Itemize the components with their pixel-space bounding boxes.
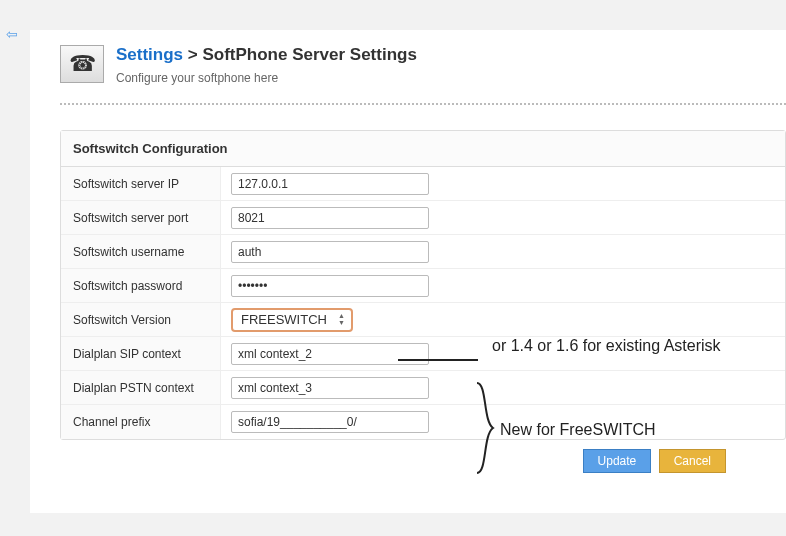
label-username: Softswitch username xyxy=(61,235,221,268)
row-channel-prefix: Channel prefix xyxy=(61,405,785,439)
input-server-port[interactable] xyxy=(231,207,429,229)
input-pstn-context[interactable] xyxy=(231,377,429,399)
chevron-updown-icon: ▲▼ xyxy=(338,313,345,326)
breadcrumb: Settings > SoftPhone Server Settings xyxy=(116,45,417,65)
label-password: Softswitch password xyxy=(61,269,221,302)
page-title: SoftPhone Server Settings xyxy=(202,45,416,64)
input-sip-context[interactable] xyxy=(231,343,429,365)
input-username[interactable] xyxy=(231,241,429,263)
row-sip-context: Dialplan SIP context xyxy=(61,337,785,371)
page-subtitle: Configure your softphone here xyxy=(116,71,417,85)
input-channel-prefix[interactable] xyxy=(231,411,429,433)
row-username: Softswitch username xyxy=(61,235,785,269)
page-container: ☎ Settings > SoftPhone Server Settings C… xyxy=(30,30,786,513)
label-version: Softswitch Version xyxy=(61,303,221,336)
page-header: ☎ Settings > SoftPhone Server Settings C… xyxy=(60,45,786,105)
button-row: Update Cancel xyxy=(60,440,786,473)
phone-icon: ☎ xyxy=(60,45,104,83)
label-server-ip: Softswitch server IP xyxy=(61,167,221,200)
phone-icon-glyph: ☎ xyxy=(69,51,96,77)
breadcrumb-sep: > xyxy=(183,45,202,64)
panel-title: Softswitch Configuration xyxy=(61,131,785,167)
row-pstn-context: Dialplan PSTN context xyxy=(61,371,785,405)
row-version: Softswitch Version FREESWITCH ▲▼ xyxy=(61,303,785,337)
label-pstn-context: Dialplan PSTN context xyxy=(61,371,221,404)
label-server-port: Softswitch server port xyxy=(61,201,221,234)
update-button[interactable]: Update xyxy=(583,449,652,473)
cancel-button[interactable]: Cancel xyxy=(659,449,726,473)
breadcrumb-link[interactable]: Settings xyxy=(116,45,183,64)
row-server-ip: Softswitch server IP xyxy=(61,167,785,201)
config-panel: Softswitch Configuration Softswitch serv… xyxy=(60,130,786,440)
select-version[interactable]: FREESWITCH ▲▼ xyxy=(231,308,353,332)
input-password[interactable] xyxy=(231,275,429,297)
select-version-value: FREESWITCH xyxy=(241,312,327,327)
back-arrow-icon[interactable]: ⇦ xyxy=(6,26,18,42)
row-server-port: Softswitch server port xyxy=(61,201,785,235)
label-channel-prefix: Channel prefix xyxy=(61,405,221,439)
input-server-ip[interactable] xyxy=(231,173,429,195)
row-password: Softswitch password xyxy=(61,269,785,303)
label-sip-context: Dialplan SIP context xyxy=(61,337,221,370)
header-text: Settings > SoftPhone Server Settings Con… xyxy=(116,45,417,85)
